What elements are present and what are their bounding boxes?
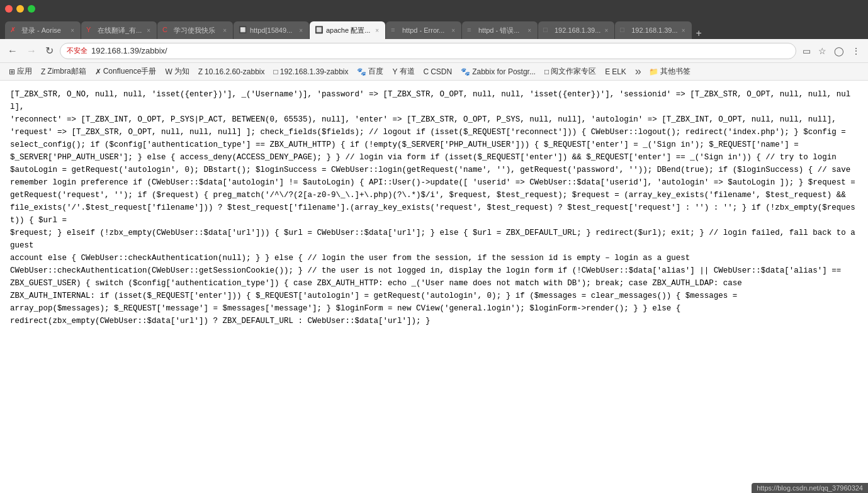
- bookmark-bm8[interactable]: Y有道: [388, 65, 418, 78]
- bookmark-label-bm11: 阅文作家专区: [551, 66, 596, 77]
- code-content: [T_ZBX_STR, O_NO, null, null, 'isset({en…: [10, 88, 858, 327]
- tab-close-4[interactable]: ×: [298, 26, 304, 35]
- tab-favicon-6: ≡: [391, 26, 400, 35]
- tab-title-2: 在线翻译_有...: [98, 26, 143, 35]
- bookmark-bm9[interactable]: CCSDN: [420, 66, 456, 77]
- tab-favicon-7: ≡: [467, 26, 476, 35]
- reload-button[interactable]: ↻: [43, 43, 56, 58]
- bookmark-icon-bm2: Z: [41, 67, 45, 76]
- bookmark-bm5[interactable]: Z10.16.2.60-zabbix: [194, 66, 269, 77]
- main-content: [T_ZBX_STR, O_NO, null, null, 'isset({en…: [0, 81, 868, 458]
- bookmark-icon-bm10: 🐾: [461, 67, 470, 76]
- tab-favicon-1: ✗: [10, 26, 19, 35]
- tab-close-9[interactable]: ×: [680, 26, 687, 35]
- bookmark-bm2[interactable]: ZZimbra邮箱: [37, 65, 90, 78]
- bookmarks-bar: ⊞应用ZZimbra邮箱✗Confluence手册W为知Z10.16.2.60-…: [0, 63, 868, 81]
- maximize-button[interactable]: [28, 5, 35, 13]
- browser-tab-7[interactable]: ≡httpd - 错误...×: [462, 21, 538, 39]
- bookmark-icon-bm3: ✗: [95, 67, 101, 76]
- menu-button[interactable]: ⋮: [849, 45, 863, 57]
- tab-favicon-8: □: [543, 26, 552, 35]
- back-button[interactable]: ←: [5, 44, 20, 58]
- browser-tab-8[interactable]: □192.168.1.39...×: [538, 21, 614, 39]
- cast-button[interactable]: ▭: [800, 45, 813, 57]
- bookmark-bm6[interactable]: □192.168.1.39-zabbix: [269, 66, 352, 77]
- browser-tab-5[interactable]: 🔲apache 配置...×: [310, 21, 385, 39]
- tab-title-1: 登录 - Aorise: [21, 26, 67, 35]
- nav-right-icons: ▭ ☆ ◯ ⋮: [800, 45, 863, 57]
- tab-title-9: 192.168.1.39...: [631, 26, 677, 34]
- bookmark-icon-bm5: Z: [198, 67, 203, 76]
- tab-close-7[interactable]: ×: [526, 26, 533, 35]
- not-secure-label: 不安全: [67, 46, 87, 55]
- address-bar[interactable]: 不安全 192.168.1.39/zabbix/: [60, 43, 796, 59]
- bookmark-bm11[interactable]: □阅文作家专区: [541, 65, 600, 78]
- traffic-lights: [5, 5, 35, 13]
- tab-title-8: 192.168.1.39...: [555, 26, 600, 34]
- status-url: https://blog.csdn.net/qq_37960324: [757, 484, 863, 492]
- titlebar: [0, 0, 868, 18]
- bookmark-label-bm8: 有道: [400, 66, 415, 77]
- tab-close-5[interactable]: ×: [374, 26, 380, 35]
- browser-tab-6[interactable]: ≡httpd - Error...×: [386, 21, 461, 39]
- bookmark-label-bm5: 10.16.2.60-zabbix: [205, 67, 264, 76]
- tab-title-4: httpd[15849...: [250, 26, 295, 34]
- browser-tab-2[interactable]: Y在线翻译_有...×: [81, 21, 157, 39]
- bookmark-label-bm9: CSDN: [431, 67, 452, 76]
- tab-favicon-3: C: [162, 26, 171, 35]
- bookmark-icon-bm7: 🐾: [357, 67, 366, 76]
- bookmark-label-bm6: 192.168.1.39-zabbix: [280, 67, 349, 76]
- bookmark-bm4[interactable]: W为知: [161, 65, 193, 78]
- bookmark-icon-bm4: W: [165, 67, 172, 76]
- bookmark-icon-bm8: Y: [392, 67, 397, 76]
- url-text: 192.168.1.39/zabbix/: [91, 46, 789, 55]
- tab-close-6[interactable]: ×: [450, 26, 456, 35]
- profile-button[interactable]: ◯: [831, 45, 847, 57]
- bookmark-button[interactable]: ☆: [816, 45, 829, 57]
- tab-favicon-9: □: [620, 26, 629, 35]
- tab-favicon-4: 🔲: [239, 26, 247, 35]
- tab-title-7: httpd - 错误...: [478, 26, 524, 35]
- new-tab-button[interactable]: +: [692, 28, 706, 39]
- tab-close-3[interactable]: ×: [222, 26, 228, 35]
- bookmark-icon-bm11: □: [544, 67, 549, 76]
- tab-title-5: apache 配置...: [326, 26, 371, 35]
- bookmark-label-bm1: 应用: [17, 66, 32, 77]
- bookmark-label-bm3: Confluence手册: [103, 66, 157, 77]
- tab-close-8[interactable]: ×: [603, 26, 609, 35]
- bookmark-bm1[interactable]: ⊞应用: [5, 65, 36, 78]
- bookmarks-folder-button[interactable]: 📁其他书签: [645, 65, 694, 78]
- bookmark-label-bm10: Zabbix for Postgr...: [472, 67, 536, 76]
- close-button[interactable]: [5, 5, 13, 13]
- bookmark-label-bm12: ELK: [612, 67, 626, 76]
- folder-icon: 📁: [649, 67, 658, 76]
- bookmark-label-bm2: Zimbra邮箱: [47, 66, 86, 77]
- status-bar: https://blog.csdn.net/qq_37960324: [752, 483, 868, 493]
- bookmark-icon-bm12: E: [605, 67, 610, 76]
- bookmark-icon-bm6: □: [273, 67, 278, 76]
- browser-tab-3[interactable]: C学习使我快乐×: [157, 21, 233, 39]
- bookmark-bm10[interactable]: 🐾Zabbix for Postgr...: [457, 66, 539, 77]
- bookmarks-more-button[interactable]: »: [633, 65, 644, 78]
- forward-button[interactable]: →: [24, 44, 39, 58]
- tab-close-1[interactable]: ×: [69, 26, 76, 35]
- browser-tab-4[interactable]: 🔲httpd[15849...×: [234, 21, 309, 39]
- bookmark-bm12[interactable]: EELK: [601, 66, 630, 77]
- bookmark-icon-bm1: ⊞: [9, 67, 15, 76]
- browser-tab-1[interactable]: ✗登录 - Aorise×: [5, 21, 81, 39]
- tab-close-2[interactable]: ×: [145, 26, 152, 35]
- bookmark-bm3[interactable]: ✗Confluence手册: [91, 65, 161, 78]
- bookmark-icon-bm9: C: [424, 67, 429, 76]
- tab-title-3: 学习使我快乐: [174, 26, 219, 35]
- tab-favicon-2: Y: [86, 26, 95, 35]
- bookmark-label-bm4: 为知: [174, 66, 189, 77]
- tab-title-6: httpd - Error...: [402, 26, 448, 34]
- browser-tab-9[interactable]: □192.168.1.39...×: [615, 21, 691, 39]
- tab-favicon-5: 🔲: [315, 26, 324, 35]
- navbar: ← → ↻ 不安全 192.168.1.39/zabbix/ ▭ ☆ ◯ ⋮: [0, 39, 868, 63]
- tabbar: ✗登录 - Aorise×Y在线翻译_有...×C学习使我快乐×🔲httpd[1…: [0, 18, 868, 39]
- minimize-button[interactable]: [16, 5, 24, 13]
- bookmarks-folder-label: 其他书签: [660, 66, 690, 77]
- bookmark-bm7[interactable]: 🐾百度: [353, 65, 387, 78]
- bookmark-label-bm7: 百度: [368, 66, 383, 77]
